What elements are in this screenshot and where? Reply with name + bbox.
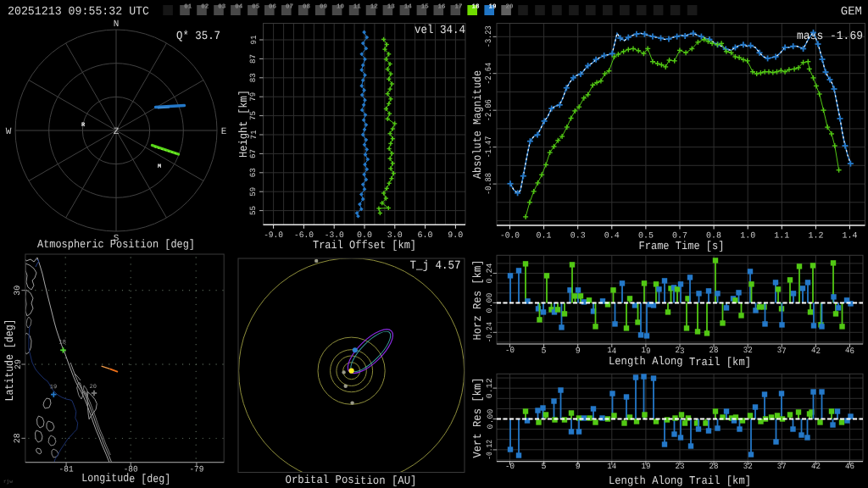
svg-text:04: 04 — [235, 3, 243, 10]
svg-text:01: 01 — [184, 3, 192, 10]
svg-text:5: 5 — [542, 347, 547, 356]
svg-text:87: 87 — [249, 54, 259, 64]
svg-text:Longitude [deg]: Longitude [deg] — [81, 473, 170, 485]
svg-text:5: 5 — [542, 463, 547, 472]
svg-text:0.3: 0.3 — [570, 231, 586, 241]
svg-text:05: 05 — [252, 3, 260, 10]
svg-text:-79: -79 — [189, 465, 203, 474]
svg-text:GEM: GEM — [841, 5, 862, 19]
svg-text:0.12: 0.12 — [486, 378, 495, 398]
svg-text:-81: -81 — [59, 465, 74, 474]
svg-text:32: 32 — [743, 347, 753, 356]
svg-text:rjw: rjw — [3, 479, 13, 485]
svg-text:0.1: 0.1 — [537, 231, 552, 241]
svg-text:59: 59 — [249, 186, 259, 196]
svg-text:20: 20 — [90, 384, 97, 391]
svg-text:12: 12 — [370, 3, 379, 10]
svg-text:-0.88: -0.88 — [486, 173, 495, 195]
svg-text:Trail Offset [km]: Trail Offset [km] — [313, 240, 416, 252]
svg-text:19: 19 — [641, 347, 650, 356]
svg-text:16: 16 — [438, 3, 447, 10]
svg-text:83: 83 — [249, 73, 259, 82]
svg-text:14: 14 — [607, 463, 616, 472]
svg-text:18: 18 — [471, 3, 480, 10]
svg-text:37: 37 — [777, 347, 787, 356]
svg-text:11: 11 — [353, 3, 362, 10]
svg-text:07: 07 — [286, 3, 293, 10]
svg-text:-0.24: -0.24 — [486, 322, 495, 342]
svg-text:42: 42 — [811, 347, 821, 356]
svg-text:63: 63 — [249, 168, 259, 177]
svg-text:37: 37 — [777, 463, 787, 472]
svg-text:vel 34.4: vel 34.4 — [415, 24, 465, 37]
svg-text:Q* 35.7: Q* 35.7 — [176, 30, 220, 43]
svg-text:0.00: 0.00 — [486, 408, 495, 429]
svg-text:-2.64: -2.64 — [486, 63, 495, 85]
svg-text:32: 32 — [743, 463, 753, 472]
svg-text:-2.06: -2.06 — [486, 99, 495, 121]
svg-text:-6.0: -6.0 — [294, 231, 314, 241]
svg-text:6.0: 6.0 — [418, 231, 433, 241]
svg-text:-0: -0 — [505, 463, 515, 472]
svg-text:Orbital Position [AU]: Orbital Position [AU] — [285, 474, 416, 487]
svg-text:14: 14 — [607, 347, 616, 356]
svg-text:0.4: 0.4 — [604, 231, 620, 241]
svg-text:1.4: 1.4 — [842, 231, 857, 241]
svg-text:08: 08 — [303, 3, 311, 10]
svg-text:-0: -0 — [505, 347, 515, 356]
svg-text:Atmospheric Position [deg]: Atmospheric Position [deg] — [37, 239, 195, 252]
svg-text:19: 19 — [641, 463, 650, 472]
svg-text:19: 19 — [488, 3, 497, 10]
svg-text:M: M — [158, 164, 161, 170]
svg-text:0.8: 0.8 — [706, 231, 721, 241]
svg-text:Absolute Magnitude: Absolute Magnitude — [472, 70, 485, 179]
svg-text:46: 46 — [845, 463, 854, 472]
svg-text:-9.0: -9.0 — [264, 231, 283, 241]
svg-text:91: 91 — [249, 35, 259, 44]
svg-text:20: 20 — [505, 3, 514, 10]
svg-text:30: 30 — [14, 286, 24, 296]
svg-text:Length Along Trail [km]: Length Along Trail [km] — [609, 475, 751, 488]
svg-text:W: W — [6, 127, 12, 137]
svg-text:Frame Time [s]: Frame Time [s] — [638, 241, 724, 253]
svg-text:28: 28 — [14, 433, 24, 443]
svg-text:28: 28 — [709, 463, 719, 472]
svg-text:-0.0: -0.0 — [500, 231, 520, 241]
svg-text:9: 9 — [576, 463, 581, 472]
svg-text:15: 15 — [421, 3, 430, 10]
svg-text:55: 55 — [249, 206, 259, 215]
svg-text:23: 23 — [675, 463, 684, 472]
svg-text:09: 09 — [320, 3, 328, 10]
svg-text:17: 17 — [455, 3, 463, 10]
svg-text:10: 10 — [337, 3, 345, 10]
svg-text:19: 19 — [50, 384, 57, 391]
svg-text:9: 9 — [576, 347, 581, 356]
svg-text:1.1: 1.1 — [774, 231, 789, 241]
svg-text:18: 18 — [58, 339, 65, 346]
svg-text:13: 13 — [387, 3, 396, 10]
svg-text:E: E — [221, 127, 227, 137]
svg-text:-0.12: -0.12 — [486, 440, 495, 460]
svg-text:46: 46 — [845, 347, 854, 356]
svg-text:03: 03 — [218, 3, 226, 10]
svg-text:06: 06 — [269, 3, 277, 10]
svg-text:42: 42 — [811, 463, 821, 472]
svg-text:02: 02 — [201, 3, 209, 10]
svg-text:Latitude [deg]: Latitude [deg] — [4, 319, 17, 402]
svg-text:23: 23 — [675, 347, 684, 356]
svg-text:0.5: 0.5 — [638, 231, 654, 241]
svg-text:0.00: 0.00 — [486, 292, 495, 313]
svg-text:1.0: 1.0 — [740, 231, 755, 241]
svg-text:0.7: 0.7 — [672, 231, 687, 241]
svg-text:1.2: 1.2 — [808, 231, 823, 241]
svg-text:20251213 09:55:32 UTC: 20251213 09:55:32 UTC — [8, 5, 149, 19]
svg-text:28: 28 — [709, 347, 719, 356]
svg-text:Length Along Trail [km]: Length Along Trail [km] — [609, 356, 751, 369]
svg-text:Vert Res [km]: Vert Res [km] — [472, 378, 485, 458]
svg-text:-1.47: -1.47 — [486, 136, 495, 158]
svg-text:9.0: 9.0 — [448, 231, 463, 241]
svg-text:T_j 4.57: T_j 4.57 — [409, 259, 460, 273]
svg-text:Height [km]: Height [km] — [238, 90, 251, 158]
svg-text:0.24: 0.24 — [486, 263, 495, 283]
svg-text:Horz Res [km]: Horz Res [km] — [472, 260, 485, 341]
